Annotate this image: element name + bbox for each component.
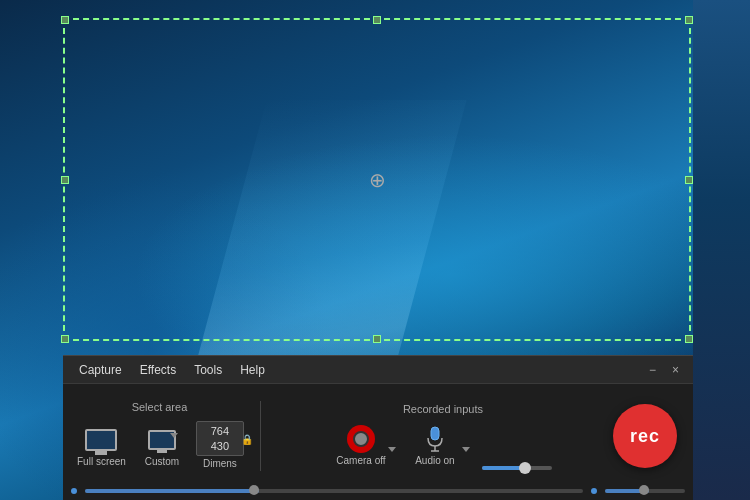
full-screen-button[interactable]: Full screen (71, 422, 132, 471)
bottom-slider-2[interactable] (605, 489, 685, 493)
recorded-controls: Camera off Audio on (326, 421, 560, 470)
menubar: Capture Effects Tools Help − × (63, 356, 693, 384)
microphone-icon (421, 425, 449, 453)
audio-dropdown-arrow (462, 447, 470, 452)
select-area-section: Select area Full screen Custom (71, 401, 248, 471)
right-panel (693, 0, 750, 500)
bottom-slider-thumb[interactable] (249, 485, 259, 495)
slider-dot-indicator-2 (591, 488, 597, 494)
volume-slider-wrap (474, 466, 560, 470)
volume-fill (482, 466, 524, 470)
menu-capture[interactable]: Capture (71, 360, 130, 380)
full-screen-label: Full screen (77, 456, 126, 467)
dimens-label: Dimens (203, 458, 237, 469)
bottom-slider-fill (85, 489, 259, 493)
minimize-button[interactable]: − (643, 361, 662, 379)
custom-dropdown-arrow (170, 433, 178, 438)
rec-button[interactable]: rec (613, 404, 677, 468)
toolbar: Capture Effects Tools Help − × Select ar… (63, 355, 693, 500)
slider-dot-indicator (71, 488, 77, 494)
svg-rect-0 (431, 427, 439, 440)
width-value: 764 (211, 424, 229, 438)
window-controls: − × (643, 361, 685, 379)
audio-button[interactable]: Audio on (400, 421, 470, 470)
bottom-slider-row (63, 488, 693, 500)
custom-label: Custom (145, 456, 179, 467)
mic-svg (426, 426, 444, 452)
camera-lens (353, 431, 369, 447)
menu-effects[interactable]: Effects (132, 360, 184, 380)
camera-label: Camera off (336, 455, 385, 466)
select-area-controls: Full screen Custom 764 430 🔒 (71, 419, 248, 471)
camera-icon (343, 425, 379, 453)
audio-label: Audio on (415, 455, 454, 466)
custom-button[interactable]: Custom (136, 422, 188, 471)
rec-button-wrap: rec (613, 404, 685, 468)
recorded-inputs-title: Recorded inputs (403, 403, 483, 415)
menu-help[interactable]: Help (232, 360, 273, 380)
recorded-inputs-section: Recorded inputs Camera off (273, 403, 613, 470)
close-button[interactable]: × (666, 361, 685, 379)
lock-icon: 🔒 (241, 433, 253, 444)
bottom-slider-thumb-2[interactable] (639, 485, 649, 495)
volume-thumb[interactable] (519, 462, 531, 474)
volume-slider[interactable] (482, 466, 552, 470)
height-value: 430 (211, 439, 229, 453)
controls-area: Select area Full screen Custom (63, 384, 693, 488)
monitor-icon (85, 429, 117, 451)
menu-tools[interactable]: Tools (186, 360, 230, 380)
full-screen-icon (83, 426, 119, 454)
camera-dropdown-arrow (388, 447, 396, 452)
section-divider (260, 401, 261, 471)
dimensions-input[interactable]: 764 430 🔒 (196, 421, 244, 456)
dimensions-button[interactable]: 764 430 🔒 Dimens (192, 419, 248, 471)
camera-circle (347, 425, 375, 453)
bottom-slider[interactable] (85, 489, 583, 493)
custom-icon (144, 426, 180, 454)
select-area-title: Select area (132, 401, 188, 413)
camera-button[interactable]: Camera off (326, 421, 396, 470)
